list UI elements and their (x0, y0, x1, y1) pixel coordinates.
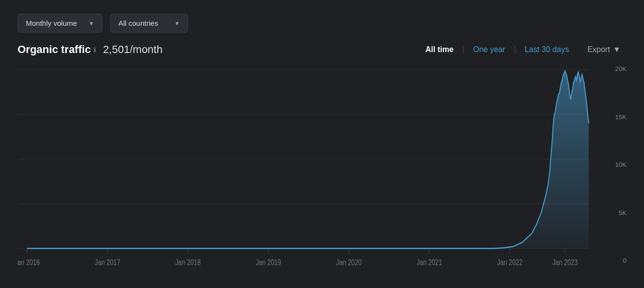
svg-marker-21 (27, 71, 589, 249)
svg-text:Jan 2017: Jan 2017 (95, 258, 120, 267)
volume-dropdown-label: Monthly volume (26, 19, 77, 27)
y-label-20k: 20K (603, 66, 626, 72)
y-label-10k: 10K (603, 162, 626, 168)
export-chevron-icon: ▼ (613, 45, 621, 54)
volume-dropdown[interactable]: Monthly volume ▼ (18, 14, 102, 33)
countries-dropdown-chevron: ▼ (174, 20, 180, 26)
svg-text:Jan 2023: Jan 2023 (552, 258, 578, 267)
chart-svg-wrapper: Jan 2016 Jan 2017 Jan 2018 Jan 2019 Jan … (18, 64, 603, 278)
svg-text:Jan 2019: Jan 2019 (256, 258, 281, 267)
top-controls: Monthly volume ▼ All countries ▼ (18, 14, 626, 33)
chart-header: Organic traffic ℹ 2,501/month All time |… (18, 43, 626, 56)
time-filters: All time | One year | Last 30 days Expor… (417, 43, 626, 56)
svg-text:Jan 2016: Jan 2016 (18, 258, 40, 267)
filter-last-30-days[interactable]: Last 30 days (516, 43, 578, 56)
svg-text:Jan 2020: Jan 2020 (336, 258, 361, 267)
organic-traffic-title: Organic traffic (18, 43, 91, 56)
svg-text:Jan 2018: Jan 2018 (175, 258, 201, 267)
info-icon[interactable]: ℹ (94, 46, 96, 54)
y-label-0: 0 (603, 257, 626, 264)
y-label-5k: 5K (603, 210, 626, 216)
filter-all-time[interactable]: All time (417, 43, 462, 56)
volume-dropdown-chevron: ▼ (89, 20, 94, 26)
traffic-chart: Jan 2016 Jan 2017 Jan 2018 Jan 2019 Jan … (18, 64, 603, 278)
main-container: Monthly volume ▼ All countries ▼ Organic… (0, 0, 644, 288)
export-button[interactable]: Export ▼ (582, 43, 626, 56)
filter-one-year[interactable]: One year (464, 43, 514, 56)
svg-text:Jan 2022: Jan 2022 (497, 258, 522, 267)
countries-dropdown[interactable]: All countries ▼ (110, 14, 188, 33)
chart-area: Jan 2016 Jan 2017 Jan 2018 Jan 2019 Jan … (18, 64, 626, 278)
traffic-value: 2,501/month (103, 43, 162, 56)
svg-text:Jan 2021: Jan 2021 (417, 258, 442, 267)
y-axis-labels: 20K 15K 10K 5K 0 (603, 64, 626, 278)
countries-dropdown-label: All countries (118, 19, 158, 27)
y-label-15k: 15K (603, 114, 626, 120)
